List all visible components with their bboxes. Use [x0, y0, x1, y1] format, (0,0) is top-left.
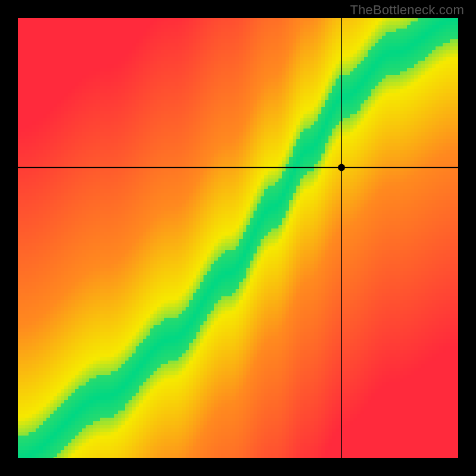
bottleneck-heatmap: [0, 0, 476, 476]
attribution-label: TheBottleneck.com: [350, 2, 464, 18]
chart-container: TheBottleneck.com: [0, 0, 476, 476]
